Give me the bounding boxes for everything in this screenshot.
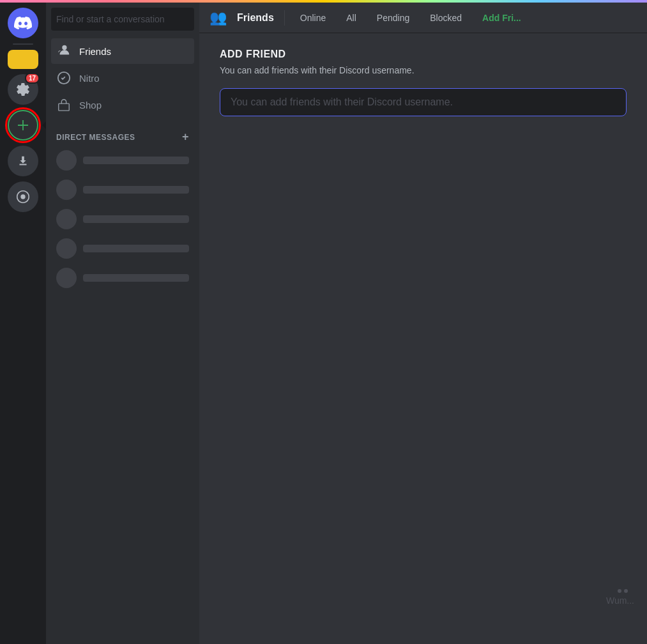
tab-add-friend[interactable]: Add Fri... bbox=[477, 10, 526, 26]
search-placeholder: Find or start a conversation bbox=[56, 14, 165, 24]
app-body: 17 Add a Server bbox=[0, 3, 647, 644]
dm-item[interactable] bbox=[51, 234, 194, 263]
server-icon-download[interactable] bbox=[8, 146, 38, 176]
channel-sidebar: Find or start a conversation Friends bbox=[46, 3, 199, 644]
sidebar-item-friends-label: Friends bbox=[79, 46, 111, 57]
add-dm-button[interactable]: + bbox=[182, 130, 189, 144]
dm-avatar bbox=[56, 209, 77, 229]
add-server-container: Add a Server bbox=[8, 110, 38, 141]
dm-avatar bbox=[56, 238, 77, 259]
add-friend-input[interactable] bbox=[225, 91, 621, 113]
notification-badge: 17 bbox=[25, 73, 40, 84]
dm-name-blur bbox=[83, 157, 189, 164]
sidebar-item-nitro-label: Nitro bbox=[79, 73, 100, 84]
header-divider bbox=[284, 10, 285, 26]
add-friend-desc: You can add friends with their Discord u… bbox=[220, 65, 627, 75]
dm-item[interactable] bbox=[51, 176, 194, 204]
tab-online[interactable]: Online bbox=[295, 10, 331, 26]
dm-name-blur bbox=[83, 215, 189, 223]
tab-all[interactable]: All bbox=[341, 10, 362, 26]
main-body: ADD FRIEND You can add friends with thei… bbox=[199, 33, 647, 644]
add-friend-title: ADD FRIEND bbox=[220, 49, 627, 60]
main-header: 👥 Friends Online All Pending Blocked Add… bbox=[199, 3, 647, 33]
server-icon-gear[interactable]: 17 bbox=[8, 74, 38, 105]
dm-name-blur bbox=[83, 186, 189, 194]
tab-pending[interactable]: Pending bbox=[372, 10, 415, 26]
sidebar-item-shop-label: Shop bbox=[79, 100, 102, 111]
server-icon-add-server[interactable] bbox=[8, 110, 38, 141]
shop-icon bbox=[56, 97, 72, 112]
dm-section-label: Direct Messages bbox=[56, 133, 135, 142]
sidebar-item-nitro[interactable]: Nitro bbox=[51, 65, 194, 91]
nitro-icon bbox=[56, 70, 72, 86]
svg-rect-3 bbox=[59, 103, 70, 111]
server-icon-discover[interactable] bbox=[8, 181, 38, 212]
dot-1 bbox=[618, 589, 621, 593]
main-content: 👥 Friends Online All Pending Blocked Add… bbox=[199, 3, 647, 644]
sidebar-item-shop[interactable]: Shop bbox=[51, 92, 194, 118]
dot-2 bbox=[624, 589, 628, 593]
wumpus-area: Wum... bbox=[606, 595, 634, 606]
friends-icon bbox=[56, 43, 72, 59]
search-bar[interactable]: Find or start a conversation bbox=[51, 8, 194, 31]
dm-items bbox=[46, 146, 199, 292]
dm-avatar bbox=[56, 268, 77, 288]
header-title: Friends bbox=[237, 12, 274, 24]
server-divider bbox=[13, 43, 33, 45]
sidebar-item-friends[interactable]: Friends bbox=[51, 38, 194, 64]
sidebar-nav: Friends Nitro bbox=[46, 36, 199, 120]
dm-name-blur bbox=[83, 274, 189, 282]
dm-avatar bbox=[56, 150, 77, 171]
dm-avatar bbox=[56, 180, 77, 200]
svg-point-1 bbox=[20, 194, 25, 199]
dm-item[interactable] bbox=[51, 205, 194, 233]
dm-name-blur bbox=[83, 245, 189, 252]
tab-blocked[interactable]: Blocked bbox=[425, 10, 467, 26]
dm-item[interactable] bbox=[51, 264, 194, 292]
friends-header-icon: 👥 bbox=[209, 10, 227, 26]
server-sidebar: 17 Add a Server bbox=[0, 3, 46, 644]
wumpus-text: Wum... bbox=[606, 595, 634, 606]
dm-item[interactable] bbox=[51, 146, 194, 174]
add-friend-input-wrapper bbox=[220, 88, 627, 116]
server-icon-yellow[interactable] bbox=[8, 50, 38, 69]
dm-section-header: Direct Messages + bbox=[46, 120, 199, 146]
server-icon-discord-home[interactable] bbox=[8, 8, 38, 38]
dots-indicator bbox=[618, 589, 628, 593]
